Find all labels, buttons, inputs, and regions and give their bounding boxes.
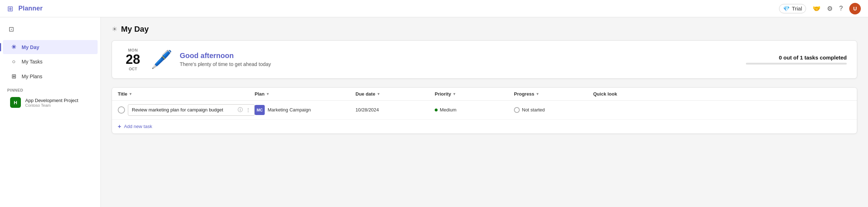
page-sun-icon: ☀ xyxy=(112,25,117,33)
sidebar-item-label-my-tasks: My Tasks xyxy=(22,59,42,65)
sidebar: ⊡ ☀ My Day ○ My Tasks ⊞ My Plans Pinned … xyxy=(0,17,101,207)
settings-icon[interactable]: ⚙ xyxy=(827,5,833,13)
progress-cell: Not started xyxy=(514,107,593,113)
col-header-priority[interactable]: Priority ▼ xyxy=(435,91,514,97)
page-title: My Day xyxy=(121,25,149,34)
page-header: ☀ My Day xyxy=(112,25,857,34)
task-completion-text: 0 out of 1 tasks completed xyxy=(746,54,847,61)
progress-sort-icon: ▼ xyxy=(536,92,539,96)
plans-icon: ⊞ xyxy=(10,73,17,80)
col-progress-label: Progress xyxy=(514,91,534,97)
pinned-info-app-dev: App Development Project Contoso Team xyxy=(25,98,78,107)
diamond-icon: 💎 xyxy=(783,5,790,12)
pinned-header: Pinned xyxy=(0,84,100,94)
col-due-date-label: Due date xyxy=(355,91,375,97)
col-header-plan[interactable]: Plan ▼ xyxy=(255,91,355,97)
task-cell: Review marketing plan for campaign budge… xyxy=(118,104,255,116)
col-quick-look-label: Quick look xyxy=(593,91,617,97)
task-complete-circle[interactable] xyxy=(118,106,125,114)
add-task-row[interactable]: + Add new task xyxy=(112,120,857,133)
priority-dot xyxy=(435,109,438,111)
main-layout: ⊡ ☀ My Day ○ My Tasks ⊞ My Plans Pinned … xyxy=(0,17,868,207)
avatar[interactable]: U xyxy=(849,3,861,14)
sidebar-collapse-button[interactable]: ⊡ xyxy=(6,23,17,35)
greeting-card: MON 28 Oct 🖊️ Good afternoon There's ple… xyxy=(112,40,857,79)
greeting-emoji: 🖊️ xyxy=(151,49,173,70)
col-title-label: Title xyxy=(118,91,127,97)
plan-name: Marketing Campaign xyxy=(268,107,311,113)
tasks-icon: ○ xyxy=(10,58,17,65)
title-sort-icon: ▼ xyxy=(129,92,133,96)
sidebar-item-label-my-day: My Day xyxy=(22,44,39,50)
sidebar-item-label-my-plans: My Plans xyxy=(22,74,42,79)
pinned-name: App Development Project xyxy=(25,98,78,103)
sidebar-toggle: ⊡ xyxy=(0,20,100,38)
col-header-title[interactable]: Title ▼ xyxy=(118,91,255,97)
top-nav: ⊞ Planner 💎 Trial 🤝 ⚙ ? U xyxy=(0,0,868,17)
waffle-icon[interactable]: ⊞ xyxy=(7,4,13,13)
task-title-box[interactable]: Review marketing plan for campaign budge… xyxy=(128,104,255,116)
priority-sort-icon: ▼ xyxy=(453,92,456,96)
top-nav-left: ⊞ Planner xyxy=(7,4,42,13)
date-day-num: 28 xyxy=(122,52,144,67)
top-nav-right: 💎 Trial 🤝 ⚙ ? U xyxy=(779,3,861,14)
pinned-icon-app-dev: H xyxy=(10,97,21,108)
pinned-team: Contoso Team xyxy=(25,103,78,107)
task-completion: 0 out of 1 tasks completed xyxy=(746,54,847,65)
trial-label: Trial xyxy=(792,5,802,12)
content-area: ☀ My Day MON 28 Oct 🖊️ Good afternoon Th… xyxy=(101,17,868,207)
trial-badge[interactable]: 💎 Trial xyxy=(779,4,806,13)
greeting-title: Good afternoon xyxy=(180,52,739,60)
help-icon[interactable]: ? xyxy=(839,5,843,12)
progress-circle xyxy=(514,107,520,113)
col-header-quick-look: Quick look xyxy=(593,91,651,97)
sidebar-pinned-item-app-dev[interactable]: H App Development Project Contoso Team xyxy=(3,94,98,111)
table-row: Review marketing plan for campaign budge… xyxy=(112,101,857,120)
col-header-progress[interactable]: Progress ▼ xyxy=(514,91,593,97)
add-task-label: Add new task xyxy=(124,124,152,129)
date-month: Oct xyxy=(122,67,144,71)
col-header-due-date[interactable]: Due date ▼ xyxy=(355,91,435,97)
plan-cell: MC Marketing Campaign xyxy=(255,105,355,115)
greeting-text: Good afternoon There's plenty of time to… xyxy=(180,52,739,67)
col-priority-label: Priority xyxy=(435,91,451,97)
due-date-sort-icon: ▼ xyxy=(377,92,380,96)
share-icon[interactable]: 🤝 xyxy=(813,5,820,13)
sidebar-item-my-plans[interactable]: ⊞ My Plans xyxy=(3,69,98,83)
plan-badge: MC xyxy=(255,105,265,115)
progress-label: Not started xyxy=(522,107,545,113)
date-block: MON 28 Oct xyxy=(122,48,144,71)
plan-sort-icon: ▼ xyxy=(266,92,269,96)
add-icon: + xyxy=(118,123,121,130)
priority-cell: Medium xyxy=(435,107,514,113)
app-title: Planner xyxy=(18,5,42,12)
more-icon[interactable]: ⋮ xyxy=(246,107,251,113)
task-progress-bar xyxy=(746,63,847,65)
task-table: Title ▼ Plan ▼ Due date ▼ Priority ▼ Pro… xyxy=(112,87,857,134)
table-header: Title ▼ Plan ▼ Due date ▼ Priority ▼ Pro… xyxy=(112,88,857,101)
task-title-text: Review marketing plan for campaign budge… xyxy=(132,107,235,113)
sidebar-item-my-tasks[interactable]: ○ My Tasks xyxy=(3,55,98,69)
greeting-subtitle: There's plenty of time to get ahead toda… xyxy=(180,61,739,67)
avatar-initials: U xyxy=(853,6,857,12)
due-date-cell: 10/28/2024 xyxy=(355,107,435,113)
priority-label: Medium xyxy=(440,107,456,113)
sidebar-item-my-day[interactable]: ☀ My Day xyxy=(3,40,98,54)
col-plan-label: Plan xyxy=(255,91,264,97)
sun-icon: ☀ xyxy=(10,44,17,50)
info-icon[interactable]: ⓘ xyxy=(238,107,243,113)
